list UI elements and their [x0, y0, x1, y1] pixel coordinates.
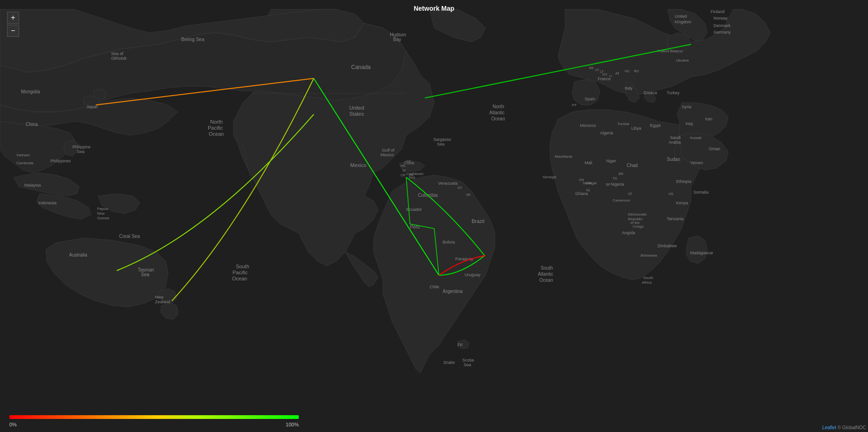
svg-text:Saudi: Saudi: [670, 135, 681, 140]
svg-text:Democratic: Democratic: [628, 212, 647, 216]
svg-text:Angola: Angola: [622, 230, 635, 235]
svg-text:Denmark: Denmark: [713, 23, 731, 28]
svg-text:Senegal: Senegal: [543, 175, 557, 179]
svg-text:Vietnam: Vietnam: [16, 153, 30, 157]
svg-text:North: North: [210, 119, 223, 125]
svg-text:Kuwait: Kuwait: [690, 136, 702, 140]
svg-text:Philippine: Philippine: [72, 145, 91, 149]
svg-text:UG: UG: [669, 192, 674, 195]
svg-text:Ocean: Ocean: [539, 278, 553, 283]
svg-text:Iran: Iran: [705, 117, 713, 121]
svg-text:Norway: Norway: [713, 16, 728, 21]
svg-text:Tanzania: Tanzania: [667, 216, 684, 221]
svg-text:Atlantic: Atlantic: [538, 272, 553, 277]
svg-text:New: New: [155, 295, 164, 300]
svg-text:Canada: Canada: [351, 64, 371, 70]
svg-text:Yemen: Yemen: [690, 160, 703, 165]
svg-text:South: South: [643, 276, 653, 280]
svg-text:Drake: Drake: [444, 360, 455, 365]
svg-text:Ukraine: Ukraine: [676, 58, 689, 63]
legend-labels: 0% 100%: [9, 422, 299, 427]
svg-text:Sea: Sea: [141, 272, 149, 277]
svg-text:LV: LV: [595, 68, 599, 71]
svg-text:Australia: Australia: [69, 252, 87, 258]
svg-text:Turkey: Turkey: [667, 91, 680, 95]
svg-text:Nigeria: Nigeria: [611, 182, 624, 187]
map-title: Network Map: [414, 5, 454, 12]
svg-text:Somalia: Somalia: [693, 190, 709, 195]
svg-text:Mongolia: Mongolia: [21, 89, 40, 94]
svg-text:LI: LI: [609, 74, 612, 77]
svg-text:Philippines: Philippines: [50, 159, 71, 163]
zoom-controls: + −: [7, 12, 19, 37]
svg-text:TG: TG: [613, 177, 617, 180]
svg-text:NI: NI: [402, 169, 406, 172]
zoom-out-button[interactable]: −: [7, 25, 19, 37]
svg-text:Bolivia: Bolivia: [443, 240, 455, 244]
svg-text:Chile: Chile: [430, 285, 439, 289]
map-svg: Mongolia China Japan Philippines Vietnam…: [0, 0, 868, 420]
svg-text:Madagascar: Madagascar: [690, 251, 713, 255]
svg-text:South: South: [541, 265, 553, 271]
svg-text:States: States: [349, 111, 364, 117]
svg-text:Okhotsk: Okhotsk: [111, 56, 127, 61]
svg-text:Mauritania: Mauritania: [555, 154, 572, 159]
svg-text:Guinea: Guinea: [97, 216, 109, 220]
svg-text:BN: BN: [619, 172, 623, 175]
svg-text:Gulf of: Gulf of: [382, 148, 395, 153]
svg-text:Indonesia: Indonesia: [38, 201, 56, 205]
svg-text:Pacific: Pacific: [208, 125, 223, 131]
zoom-in-button[interactable]: +: [7, 12, 19, 24]
svg-text:Coral Sea: Coral Sea: [119, 234, 140, 239]
leaflet-link[interactable]: Leaflet: [822, 425, 836, 430]
svg-text:Algeria: Algeria: [600, 131, 613, 135]
svg-text:Finland: Finland: [711, 9, 725, 14]
svg-text:Sargasso: Sargasso: [433, 137, 451, 142]
svg-text:Papua: Papua: [97, 207, 108, 211]
svg-text:Venezuela: Venezuela: [438, 181, 458, 186]
svg-text:Ocean: Ocean: [209, 131, 224, 137]
map-container: Network Map + −: [0, 0, 868, 432]
svg-text:Ocean: Ocean: [232, 276, 247, 281]
svg-text:Ethiopia: Ethiopia: [676, 179, 692, 184]
svg-text:North: North: [493, 104, 504, 109]
svg-text:Brazil: Brazil: [472, 218, 485, 224]
svg-text:CH: CH: [602, 73, 607, 76]
svg-text:Sea: Sea: [437, 142, 445, 146]
svg-text:BF: BF: [606, 183, 610, 186]
svg-text:Sudan: Sudan: [667, 157, 680, 162]
svg-text:Belarus: Belarus: [670, 49, 683, 53]
svg-text:LT: LT: [600, 70, 604, 73]
svg-text:RO: RO: [634, 70, 639, 73]
svg-text:Kingdom: Kingdom: [675, 20, 692, 24]
svg-text:Ocean: Ocean: [491, 116, 505, 121]
svg-text:Pacific: Pacific: [233, 270, 248, 275]
svg-text:GN: GN: [579, 178, 584, 181]
svg-text:South: South: [236, 264, 249, 269]
svg-text:AT: AT: [615, 72, 620, 75]
svg-text:Atlantic: Atlantic: [489, 110, 505, 115]
svg-text:Malaysia: Malaysia: [24, 183, 41, 188]
svg-text:Mexico: Mexico: [381, 153, 394, 157]
svg-text:Zealand: Zealand: [155, 300, 170, 304]
svg-text:Sea of: Sea of: [111, 51, 124, 56]
svg-text:PT: PT: [572, 103, 577, 107]
svg-text:Mali: Mali: [585, 160, 593, 165]
svg-text:Bering Sea: Bering Sea: [181, 37, 205, 42]
svg-text:Tunisia: Tunisia: [617, 122, 629, 126]
svg-text:EE: EE: [589, 66, 594, 70]
svg-text:Kenya: Kenya: [676, 201, 688, 205]
svg-text:United: United: [349, 105, 364, 111]
svg-text:Zimbabwe: Zimbabwe: [657, 244, 677, 248]
svg-text:Morocco: Morocco: [580, 123, 596, 128]
legend-min-label: 0%: [9, 422, 17, 427]
svg-text:Niger: Niger: [606, 159, 616, 163]
svg-text:Sea: Sea: [77, 149, 85, 154]
legend-bar: [9, 415, 299, 419]
svg-text:France: France: [598, 77, 611, 81]
svg-text:Arabia: Arabia: [669, 140, 681, 145]
svg-text:Chad: Chad: [627, 163, 638, 168]
svg-text:GY: GY: [458, 186, 462, 189]
svg-text:Cambodia: Cambodia: [16, 161, 34, 165]
svg-text:Libya: Libya: [631, 126, 642, 131]
